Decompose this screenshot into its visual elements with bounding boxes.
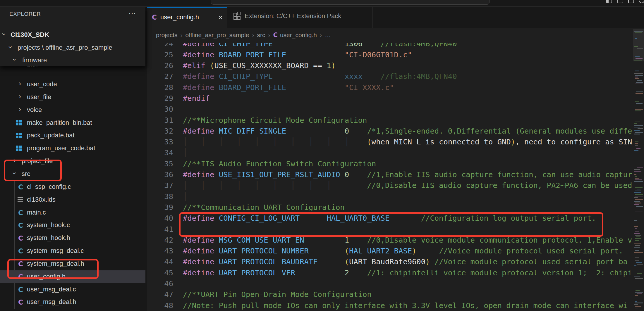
code-line-38[interactable]: 38│ [147, 191, 187, 202]
code-line-30[interactable]: 30 [147, 104, 183, 115]
minimap-mark [635, 260, 639, 261]
breadcrumb-item-src[interactable]: src [257, 32, 265, 38]
code-line-29[interactable]: 29#endif [147, 93, 210, 104]
line-number[interactable]: 48 [147, 300, 173, 311]
line-number[interactable]: 45 [147, 267, 173, 278]
code-token: HAL_UART2_BASE [349, 246, 412, 255]
code-token: ) [331, 61, 336, 70]
line-number[interactable]: 25 [147, 49, 173, 60]
tree-item-main-c[interactable]: Cmain.c [0, 206, 145, 219]
line-number[interactable]: 27 [147, 71, 173, 82]
tree-item-user-msg-deal-h[interactable]: Cuser_msg_deal.h [0, 296, 145, 309]
tab-extension-pack[interactable]: Extension: C/C++ Extension Pack [227, 6, 373, 28]
line-number[interactable]: 30 [147, 104, 173, 115]
line-number[interactable]: 38 [147, 191, 173, 202]
tab-user-config-h[interactable]: C user_config.h ✕ [147, 6, 227, 29]
code-token: #define [183, 170, 214, 179]
command-center-search[interactable]: / = [211, 0, 490, 5]
tree-item-pack-update-bat[interactable]: pack_update.bat [0, 129, 145, 142]
minimap-mark [634, 243, 641, 244]
line-number[interactable]: 37 [147, 180, 173, 191]
sticky-item-ci130x-sdk[interactable]: › CI130X_SDK [0, 29, 145, 42]
layout-panel-icon[interactable] [617, 0, 623, 3]
tree-item-user-code[interactable]: ›user_code [0, 78, 145, 91]
breadcrumb-item-user-config-h[interactable]: user_config.h [280, 32, 317, 38]
minimap-mark [635, 235, 641, 236]
tree-item-label: voice [27, 106, 42, 114]
tree-item-system-hook-h[interactable]: Csystem_hook.h [0, 232, 145, 245]
line-number[interactable]: 41 [147, 224, 173, 235]
code-line-36[interactable]: 36#define USE_IIS1_OUT_PRE_RSLT_AUDIO 0 … [147, 169, 632, 180]
code-line-32[interactable]: 32#define MIC_DIFF_SINGLE 0 /*1,Single-e… [147, 126, 632, 137]
code-line-34[interactable]: 34│ [147, 147, 187, 158]
line-number[interactable]: 35 [147, 158, 173, 169]
tree-item-make-partition-bin-bat[interactable]: make_partition_bin.bat [0, 117, 145, 129]
line-number[interactable]: 34 [147, 147, 173, 158]
code-line-45[interactable]: 45#define UART_PROTOCOL_VER 2 //1: chipi… [147, 267, 632, 278]
code-line-28[interactable]: 28#define BOARD_PORT_FILE "CI-XXXX.c" [147, 82, 394, 93]
sticky-item-projects-offline-asr-pro-sample[interactable]: › projects \ offline_asr_pro_sample [0, 42, 145, 54]
minimap-mark [634, 40, 640, 41]
code-line-33[interactable]: 33│ │ │ │ │ │ │ │ │ │ (when MICN_L is co… [147, 137, 632, 147]
close-icon[interactable]: ✕ [218, 14, 223, 21]
layout-secondary-sidebar-icon[interactable] [628, 0, 634, 3]
more-actions-icon[interactable]: ⋯ [128, 9, 136, 18]
layout-customize-icon[interactable] [639, 0, 644, 3]
code-line-25[interactable]: 25#define BOARD_PORT_FILE "CI-D06GT01D.c… [147, 49, 412, 60]
tree-item-user-file[interactable]: ›user_file [0, 91, 145, 104]
line-number[interactable]: 46 [147, 278, 173, 289]
code-line-41[interactable]: 41 [147, 224, 183, 235]
code-line-26[interactable]: 26#elif (USE_CUS_XXXXXXX_BOARD == 1) [147, 60, 336, 71]
line-number[interactable]: 43 [147, 246, 173, 256]
tree-item-system-hook-c[interactable]: Csystem_hook.c [0, 219, 145, 232]
minimap-mark [635, 72, 639, 72]
line-number[interactable]: 39 [147, 202, 173, 213]
breadcrumb-item-offline-asr-pro-sample[interactable]: offline_asr_pro_sample [186, 32, 249, 38]
line-number[interactable]: 47 [147, 289, 173, 300]
code-token: #define [183, 83, 214, 92]
explorer-sticky-panel: EXPLORER ⋯ › CI130X_SDK› projects \ offl… [0, 7, 145, 66]
line-number[interactable]: 31 [147, 115, 173, 126]
tree-item-startup[interactable]: ›startup [0, 309, 145, 311]
tree-item-program-user-code-bat[interactable]: program_user_code.bat [0, 142, 145, 155]
line-number[interactable]: 29 [147, 93, 173, 104]
code-line-39[interactable]: 39//**Communication UART Configuration [147, 202, 345, 213]
code-token: "CI-XXXX.c" [345, 83, 394, 92]
line-number[interactable]: 42 [147, 235, 173, 246]
tree-item-voice[interactable]: ›voice [0, 104, 145, 117]
layout-sidebar-icon[interactable] [606, 0, 612, 3]
code-token [214, 170, 219, 179]
windows-bat-icon [16, 120, 22, 126]
minimap-mark [637, 48, 643, 49]
tree-item-user-msg-deal-c[interactable]: Cuser_msg_deal.c [0, 283, 145, 296]
line-number[interactable]: 32 [147, 126, 173, 137]
code-token [205, 61, 210, 70]
code-line-35[interactable]: 35//**IIS Audio Function Switch Configur… [147, 158, 376, 169]
code-line-44[interactable]: 44#define UART_PROTOCOL_BAUDRATE (UART_B… [147, 256, 628, 267]
breadcrumb-item-projects[interactable]: projects [156, 32, 178, 38]
code-line-31[interactable]: 31//**Microphone Circuit Mode Configurat… [147, 115, 367, 126]
code-editor[interactable]: 24#define CI_CHIP_TYPE 1306 //flash:4MB,… [147, 28, 633, 311]
minimap-mark [635, 259, 639, 260]
tree-item-system-msg-deal-c[interactable]: Csystem_msg_deal.c [0, 245, 145, 258]
code-line-37[interactable]: 37│ │ │ │ │ │ │ │ │ //0,Disable IIS audi… [147, 180, 632, 191]
minimap-mark [634, 150, 638, 151]
code-line-48[interactable]: 48//Note: Push-pull mode IOs can only in… [147, 300, 628, 311]
code-line-46[interactable]: 46 [147, 278, 183, 289]
tree-item-label: make_partition_bin.bat [27, 119, 92, 127]
code-line-27[interactable]: 27#define CI_CHIP_TYPE xxxx //flash:4MB,… [147, 71, 457, 82]
line-number[interactable]: 44 [147, 256, 173, 267]
line-number[interactable]: 28 [147, 82, 173, 93]
line-number[interactable]: 33 [147, 137, 173, 147]
minimap[interactable] [633, 28, 644, 311]
breadcrumb-item-[interactable]: … [325, 32, 331, 38]
line-number[interactable]: 36 [147, 169, 173, 180]
sticky-item-firmware[interactable]: › firmware [0, 54, 145, 67]
line-number[interactable]: 26 [147, 60, 173, 71]
code-token: //1: chipintelli voice module protocal v… [367, 268, 632, 277]
tree-item-ci130x-lds[interactable]: ci130x.lds [0, 193, 145, 206]
code-line-43[interactable]: 43#define UART_PROTOCOL_NUMBER (HAL_UART… [147, 246, 623, 256]
tree-item-ci-ssp-config-c[interactable]: Cci_ssp_config.c [0, 181, 145, 193]
line-number[interactable]: 40 [147, 213, 173, 224]
code-line-47[interactable]: 47//**UART Pin Open-Drain Mode Configura… [147, 289, 372, 300]
